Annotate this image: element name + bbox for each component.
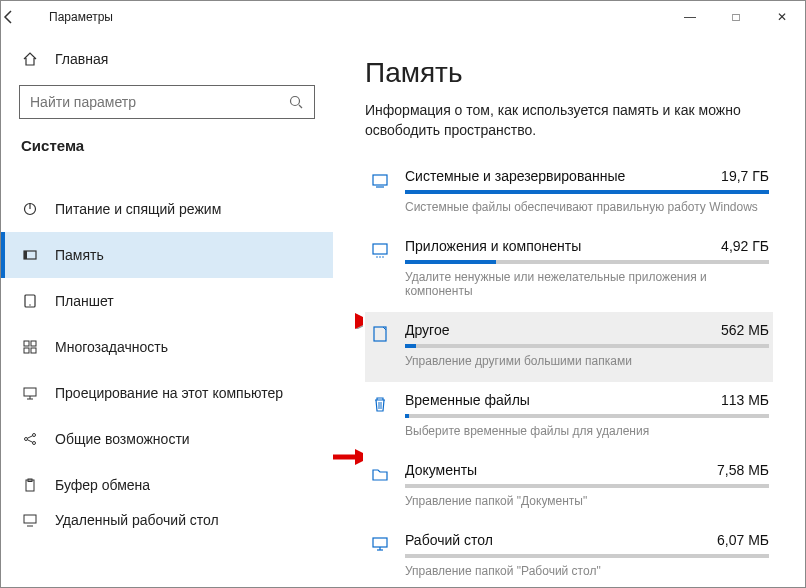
search-field[interactable]: [30, 94, 288, 110]
power-icon: [21, 201, 39, 217]
svg-rect-28: [373, 538, 387, 547]
sidebar-item-clipboard[interactable]: Буфер обмена: [1, 462, 333, 508]
svg-point-13: [25, 438, 28, 441]
nav-section-title: Система: [1, 137, 333, 164]
multitask-icon: [21, 339, 39, 355]
progress-bar: [405, 190, 769, 194]
search-icon: [288, 94, 304, 110]
project-icon: [21, 385, 39, 401]
progress-bar: [405, 554, 769, 558]
nav-home[interactable]: Главная: [1, 43, 333, 75]
svg-marker-36: [355, 449, 363, 465]
nav-home-label: Главная: [55, 51, 108, 67]
search-input[interactable]: [19, 85, 315, 119]
item-size: 4,92 ГБ: [721, 238, 769, 254]
svg-rect-21: [373, 244, 387, 254]
svg-point-7: [29, 304, 30, 305]
svg-line-1: [299, 105, 302, 108]
folder-icon: [369, 462, 391, 508]
item-name: Рабочий стол: [405, 532, 493, 548]
main-panel: Память Информация о том, как используетс…: [333, 33, 805, 587]
item-name: Системные и зарезервированные: [405, 168, 625, 184]
system-icon: [369, 168, 391, 214]
close-button[interactable]: ✕: [759, 1, 805, 33]
sidebar-item-storage[interactable]: Память: [1, 232, 333, 278]
sidebar-item-label: Питание и спящий режим: [55, 201, 221, 217]
item-size: 113 МБ: [721, 392, 769, 408]
item-name: Временные файлы: [405, 392, 530, 408]
storage-item-temp[interactable]: Временные файлы113 МБ Выберите временные…: [365, 382, 773, 452]
svg-rect-8: [24, 341, 29, 346]
sidebar-item-truncated[interactable]: [1, 164, 333, 186]
window-title: Параметры: [49, 10, 113, 24]
desktop-icon: [369, 532, 391, 578]
sidebar-item-label: Планшет: [55, 293, 114, 309]
storage-item-system[interactable]: Системные и зарезервированные19,7 ГБ Сис…: [365, 158, 773, 228]
item-desc: Удалите ненужные или нежелательные прило…: [405, 270, 769, 298]
svg-point-22: [376, 256, 378, 258]
storage-item-apps[interactable]: Приложения и компоненты4,92 ГБ Удалите н…: [365, 228, 773, 312]
clipboard-icon: [21, 477, 39, 493]
storage-icon: [21, 247, 39, 263]
back-button[interactable]: [1, 9, 49, 25]
maximize-button[interactable]: □: [713, 1, 759, 33]
svg-rect-19: [373, 175, 387, 185]
svg-point-23: [379, 256, 381, 258]
sidebar-item-label: Общие возможности: [55, 431, 190, 447]
other-icon: [369, 322, 391, 368]
sidebar: Главная Система Питание и спящий режим: [1, 33, 333, 587]
svg-point-0: [291, 97, 300, 106]
annotation-arrow: [333, 445, 363, 465]
progress-bar: [405, 344, 769, 348]
sidebar-item-shared[interactable]: Общие возможности: [1, 416, 333, 462]
sidebar-item-label: Память: [55, 247, 104, 263]
item-name: Другое: [405, 322, 449, 338]
item-size: 562 МБ: [721, 322, 769, 338]
page-description: Информация о том, как используется памят…: [365, 101, 773, 140]
minimize-button[interactable]: —: [667, 1, 713, 33]
titlebar: Параметры — □ ✕: [1, 1, 805, 33]
item-name: Приложения и компоненты: [405, 238, 581, 254]
item-desc: Управление папкой "Документы": [405, 494, 769, 508]
apps-icon: [369, 238, 391, 298]
item-desc: Управление папкой "Рабочий стол": [405, 564, 769, 578]
item-size: 19,7 ГБ: [721, 168, 769, 184]
svg-rect-12: [24, 388, 36, 396]
sidebar-item-label: Удаленный рабочий стол: [55, 512, 219, 528]
page-title: Память: [365, 57, 773, 89]
sidebar-item-label: Буфер обмена: [55, 477, 150, 493]
svg-marker-34: [355, 313, 363, 329]
svg-rect-11: [31, 348, 36, 353]
progress-bar: [405, 484, 769, 488]
sidebar-item-tablet[interactable]: Планшет: [1, 278, 333, 324]
progress-bar: [405, 260, 769, 264]
item-desc: Выберите временные файлы для удаления: [405, 424, 769, 438]
svg-rect-9: [31, 341, 36, 346]
svg-rect-25: [374, 327, 386, 341]
trash-icon: [369, 392, 391, 438]
svg-point-15: [33, 442, 36, 445]
progress-bar: [405, 414, 769, 418]
sidebar-item-remote[interactable]: Удаленный рабочий стол: [1, 508, 333, 538]
item-size: 6,07 МБ: [717, 532, 769, 548]
item-size: 7,58 МБ: [717, 462, 769, 478]
remote-icon: [21, 512, 39, 528]
item-desc: Управление другими большими папками: [405, 354, 769, 368]
item-name: Документы: [405, 462, 477, 478]
storage-item-desktop[interactable]: Рабочий стол6,07 МБ Управление папкой "Р…: [365, 522, 773, 587]
svg-point-14: [33, 434, 36, 437]
svg-rect-5: [24, 251, 27, 259]
storage-item-other[interactable]: Другое562 МБ Управление другими большими…: [365, 312, 773, 382]
sidebar-item-label: Многозадачность: [55, 339, 168, 355]
annotation-arrow: [333, 309, 363, 329]
sidebar-item-multitask[interactable]: Многозадачность: [1, 324, 333, 370]
sidebar-item-label: Проецирование на этот компьютер: [55, 385, 283, 401]
tablet-icon: [21, 293, 39, 309]
svg-point-24: [382, 256, 384, 258]
storage-item-documents[interactable]: Документы7,58 МБ Управление папкой "Доку…: [365, 452, 773, 522]
item-desc: Системные файлы обеспечивают правильную …: [405, 200, 769, 214]
svg-rect-10: [24, 348, 29, 353]
svg-rect-18: [24, 515, 36, 523]
sidebar-item-projecting[interactable]: Проецирование на этот компьютер: [1, 370, 333, 416]
sidebar-item-power[interactable]: Питание и спящий режим: [1, 186, 333, 232]
